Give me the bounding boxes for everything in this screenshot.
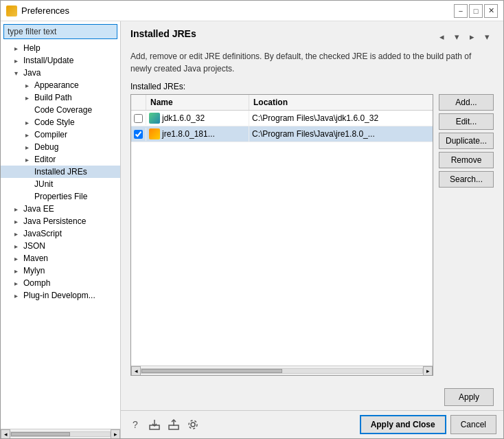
sidebar-item-oomph[interactable]: Oomph [1, 277, 120, 289]
sidebar-item-label: Debug [34, 142, 58, 152]
jre-name: jdk1.6.0_32 [162, 113, 205, 123]
arrow-icon [14, 218, 21, 225]
table-hscroll[interactable]: ◂ ▸ [131, 365, 433, 375]
apply-button[interactable]: Apply [444, 388, 494, 406]
close-button[interactable]: ✕ [484, 4, 498, 18]
arrow-icon [14, 230, 21, 238]
settings-icon[interactable] [185, 417, 201, 432]
sidebar-item-label: Properties File [34, 192, 87, 201]
hscroll-right[interactable]: ▸ [423, 366, 433, 376]
edit-button[interactable]: Edit... [439, 113, 494, 130]
sidebar-item-label: Java Persistence [23, 216, 86, 226]
sidebar-item-json[interactable]: JSON [1, 240, 120, 252]
export-icon[interactable] [147, 417, 162, 432]
table-row[interactable]: jre1.8.0_181... C:\Program Files\Java\jr… [131, 126, 433, 142]
footer-icons: ? [128, 417, 356, 432]
sidebar-item-editor[interactable]: Editor [1, 153, 120, 166]
filter-input[interactable] [3, 24, 117, 39]
table-body: jdk1.6.0_32 C:\Program Files\Java\jdk1.6… [131, 111, 433, 365]
arrow-icon [14, 57, 21, 65]
minimize-button[interactable]: − [454, 4, 468, 18]
jre-name: jre1.8.0_181... [162, 129, 215, 139]
arrow-icon [14, 292, 21, 300]
sidebar-item-label: Compiler [34, 130, 67, 139]
sidebar-item-maven[interactable]: Maven [1, 252, 120, 264]
duplicate-button[interactable]: Duplicate... [439, 133, 494, 149]
hscroll-left-btn[interactable]: ◂ [1, 429, 10, 439]
add-button[interactable]: Add... [439, 94, 494, 111]
sidebar-item-install-update[interactable]: Install/Update [1, 54, 120, 67]
import-icon[interactable] [166, 417, 181, 432]
cancel-button[interactable]: Cancel [450, 415, 496, 434]
sidebar-item-mylyn[interactable]: Mylyn [1, 264, 120, 277]
sidebar: Help Install/Update Java Appearance Buil… [1, 21, 121, 438]
jre-action-buttons: Add... Edit... Duplicate... Remove Searc… [439, 94, 494, 376]
maximize-button[interactable]: □ [469, 4, 483, 18]
col-location-header: Location [249, 95, 433, 110]
content-area: Help Install/Update Java Appearance Buil… [1, 21, 503, 438]
arrow-icon [14, 45, 21, 52]
preferences-window: Preferences − □ ✕ Help Install/Update [0, 0, 504, 439]
col-checkbox-header [131, 95, 146, 110]
checkbox-jdk1[interactable] [134, 114, 143, 123]
col-name-header: Name [146, 95, 249, 110]
back-dropdown-button[interactable]: ▾ [450, 30, 463, 43]
sidebar-item-javascript[interactable]: JavaScript [1, 227, 120, 240]
arrow-icon [14, 205, 21, 213]
cell-location-jdk1: C:\Program Files\Java\jdk1.6.0_32 [249, 111, 433, 125]
sidebar-item-junit[interactable]: JUnit [1, 178, 120, 190]
footer-buttons: Apply and Close Cancel [360, 415, 496, 434]
sidebar-item-appearance[interactable]: Appearance [1, 79, 120, 91]
sidebar-item-label: JavaScript [23, 229, 62, 238]
sidebar-item-help[interactable]: Help [1, 42, 120, 54]
sidebar-item-label: Editor [34, 155, 56, 164]
sidebar-item-label: Code Coverage [34, 105, 92, 115]
jre-panel: Name Location jdk1.6.0_ [130, 94, 494, 376]
sidebar-item-properties-file[interactable]: Properties File [1, 190, 120, 203]
sidebar-item-label: Build Path [34, 93, 72, 102]
hscroll-left[interactable]: ◂ [131, 366, 141, 376]
sidebar-item-debug[interactable]: Debug [1, 141, 120, 153]
table-row[interactable]: jdk1.6.0_32 C:\Program Files\Java\jdk1.6… [131, 111, 433, 126]
apply-and-close-button[interactable]: Apply and Close [360, 415, 446, 434]
forward-button[interactable]: ▸ [465, 30, 479, 43]
tree-container: Help Install/Update Java Appearance Buil… [1, 42, 120, 429]
sidebar-item-build-path[interactable]: Build Path [1, 91, 120, 104]
main-content: Installed JREs ◂ ▾ ▸ ▾ Add, remove or ed… [121, 21, 503, 383]
arrow-icon [25, 82, 32, 89]
sidebar-item-java[interactable]: Java [1, 67, 120, 79]
arrow-icon [14, 69, 21, 77]
sidebar-item-label: Maven [23, 254, 48, 263]
back-button[interactable]: ◂ [435, 30, 448, 43]
arrow-icon [14, 243, 21, 250]
arrow-icon [25, 94, 32, 102]
forward-dropdown-button[interactable]: ▾ [480, 30, 494, 43]
hscroll-right-btn[interactable]: ▸ [111, 429, 120, 439]
sidebar-item-label: Appearance [34, 80, 79, 90]
checkbox-jre1[interactable] [134, 130, 143, 139]
hscroll-thumb[interactable] [11, 432, 70, 436]
help-icon[interactable]: ? [128, 417, 143, 432]
sidebar-hscroll[interactable]: ◂ ▸ [1, 429, 120, 438]
arrow-icon [25, 119, 32, 126]
sidebar-item-installed-jres[interactable]: Installed JREs [1, 166, 120, 178]
sidebar-item-code-coverage[interactable]: Code Coverage [1, 104, 120, 116]
sidebar-item-label: Install/Update [23, 56, 73, 65]
sidebar-item-compiler[interactable]: Compiler [1, 128, 120, 141]
hscroll-thumb[interactable] [141, 369, 282, 373]
hscroll-track [10, 431, 111, 437]
cell-name-jdk1: jdk1.6.0_32 [146, 111, 249, 126]
sidebar-item-code-style[interactable]: Code Style [1, 116, 120, 128]
sidebar-item-label: Plug-in Developm... [23, 291, 95, 300]
remove-button[interactable]: Remove [439, 152, 494, 168]
arrow-icon [14, 255, 21, 262]
cell-checkbox-jdk1[interactable] [131, 112, 146, 125]
sidebar-item-label: Help [23, 43, 41, 53]
cell-checkbox-jre1[interactable] [131, 128, 146, 141]
sidebar-item-java-persistence[interactable]: Java Persistence [1, 215, 120, 227]
search-button[interactable]: Search... [439, 171, 494, 188]
title-bar: Preferences − □ ✕ [1, 1, 503, 21]
sidebar-item-plug-in-development[interactable]: Plug-in Developm... [1, 289, 120, 302]
sidebar-item-java-ee[interactable]: Java EE [1, 203, 120, 215]
sidebar-item-label: Mylyn [23, 266, 45, 275]
